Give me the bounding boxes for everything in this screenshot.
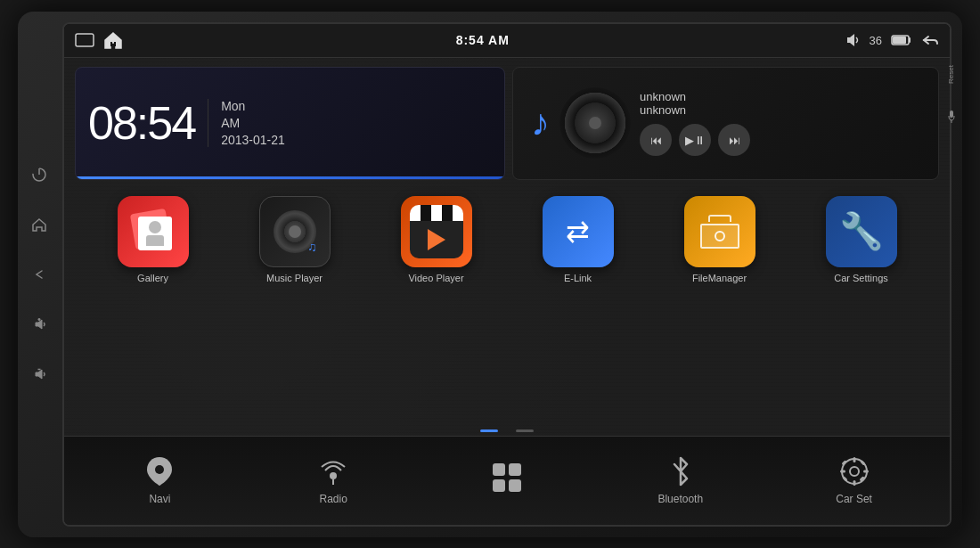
volume-level: 36 [870, 34, 882, 47]
video-icon [401, 196, 472, 267]
bottom-nav: Navi Radio [64, 436, 950, 525]
home-button[interactable] [27, 212, 52, 237]
svg-rect-18 [863, 470, 869, 473]
forward-button[interactable]: ⏭ [718, 124, 750, 156]
svg-point-14 [850, 467, 859, 476]
music-note-icon: ♪ [531, 102, 550, 144]
right-side-buttons: Reset [947, 65, 955, 125]
navi-label: Navi [149, 493, 170, 505]
side-buttons [27, 162, 52, 387]
volume-down-button[interactable] [27, 362, 52, 387]
app-elink[interactable]: ⇄ E-Link [534, 196, 623, 283]
nav-carset[interactable]: Car Set [810, 455, 899, 505]
window-icon [75, 33, 94, 47]
video-label: Video Player [408, 273, 463, 283]
clock-time: 08:54 [88, 96, 195, 150]
svg-rect-16 [853, 480, 855, 486]
back-status-icon[interactable] [921, 33, 939, 47]
video-play-icon [428, 229, 445, 250]
music-label: Music Player [266, 273, 323, 283]
vinyl-center [589, 117, 601, 129]
status-time: 8:54 AM [456, 33, 510, 47]
clock-day: Mon [221, 99, 285, 113]
radio-label: Radio [320, 493, 347, 505]
svg-rect-9 [893, 37, 906, 44]
gallery-label: Gallery [137, 273, 168, 283]
clock-period: AM [221, 116, 285, 130]
reset-label[interactable]: Reset [947, 65, 955, 84]
bluetooth-label: Bluetooth [657, 493, 703, 505]
apps-grid: Gallery ♫ Music Player [82, 196, 932, 417]
music-icon: ♫ [259, 196, 331, 267]
files-icon [684, 196, 755, 267]
music-controls: ⏮ ▶⏸ ⏭ [640, 124, 927, 156]
vinyl-disc [559, 87, 631, 159]
navi-icon [143, 455, 176, 487]
clock-widget: 08:54 Mon AM 2013-01-21 [75, 67, 505, 180]
main-content: 08:54 Mon AM 2013-01-21 ♪ [64, 58, 950, 525]
svg-point-10 [155, 465, 164, 474]
apps-area: Gallery ♫ Music Player [64, 187, 950, 426]
settings-icon: 🔧 [826, 196, 897, 267]
nav-bluetooth[interactable]: Bluetooth [636, 455, 725, 505]
page-dot-2 [516, 429, 534, 432]
carset-icon [838, 455, 870, 487]
clock-info: Mon AM 2013-01-21 [208, 99, 285, 147]
settings-label: Car Settings [834, 273, 888, 283]
app-files[interactable]: FileManager [675, 196, 764, 283]
radio-icon [317, 455, 349, 487]
svg-rect-7 [114, 42, 116, 46]
svg-point-11 [330, 472, 337, 479]
page-indicator [64, 426, 950, 436]
status-right-icons: 36 [843, 33, 939, 47]
car-stereo-device: 8:54 AM 36 [18, 12, 962, 537]
elink-icon: ⇄ [543, 196, 614, 267]
apps-grid-icon [493, 463, 521, 492]
home-status-icon [103, 31, 123, 49]
status-left-icons [75, 31, 123, 49]
mic-icon [948, 110, 955, 124]
carset-label: Car Set [836, 493, 872, 505]
status-bar: 8:54 AM 36 [64, 24, 950, 58]
nav-navi[interactable]: Navi [115, 455, 204, 505]
elink-label: E-Link [564, 273, 592, 283]
music-app-note: ♫ [307, 240, 317, 254]
page-dot-1 [480, 429, 498, 432]
app-gallery[interactable]: Gallery [109, 196, 198, 283]
nav-radio[interactable]: Radio [289, 455, 378, 505]
music-track: unknown unknown [640, 90, 927, 117]
volume-up-button[interactable] [27, 312, 52, 337]
app-settings[interactable]: 🔧 Car Settings [817, 196, 906, 283]
gallery-icon [118, 196, 189, 267]
svg-rect-17 [840, 470, 845, 473]
rewind-button[interactable]: ⏮ [640, 124, 672, 156]
nav-apps[interactable] [462, 463, 551, 497]
music-info: unknown unknown ⏮ ▶⏸ ⏭ [640, 90, 927, 156]
svg-rect-5 [76, 34, 94, 46]
svg-rect-23 [950, 110, 953, 118]
svg-rect-15 [853, 457, 855, 462]
wrench-icon: 🔧 [839, 210, 884, 252]
app-music[interactable]: ♫ Music Player [250, 196, 339, 283]
main-screen: 8:54 AM 36 [62, 22, 951, 527]
clock-date: 2013-01-21 [221, 133, 285, 147]
play-pause-button[interactable]: ▶⏸ [679, 124, 711, 156]
widgets-row: 08:54 Mon AM 2013-01-21 ♪ [64, 58, 950, 187]
back-button[interactable] [27, 262, 52, 287]
bluetooth-icon [666, 455, 695, 487]
music-widget: ♪ unknown unknown ⏮ ▶⏸ [512, 67, 939, 180]
files-label: FileManager [692, 273, 747, 283]
svg-rect-6 [110, 42, 112, 46]
power-button[interactable] [27, 162, 52, 187]
app-video[interactable]: Video Player [392, 196, 481, 283]
music-album-art: ♪ [524, 83, 631, 163]
battery-status-icon [891, 34, 912, 46]
volume-status-icon [843, 33, 861, 47]
